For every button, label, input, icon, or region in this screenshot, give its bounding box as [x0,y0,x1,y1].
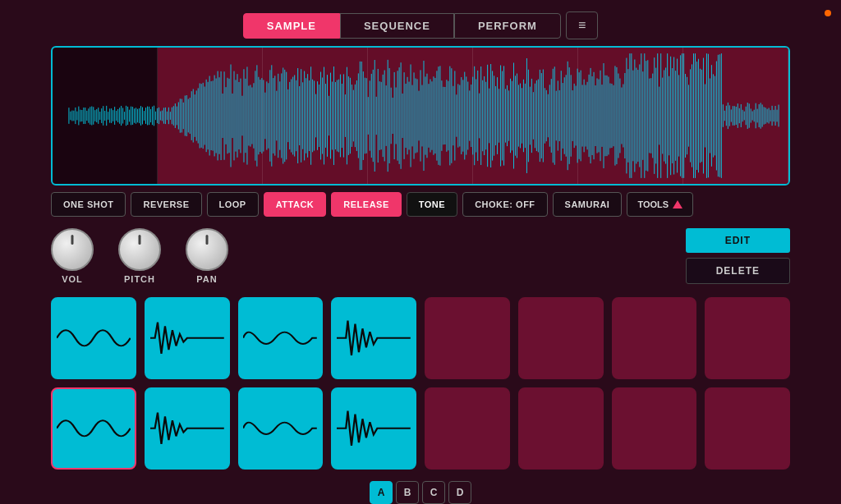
tab-perform[interactable]: PERFORM [454,13,561,39]
knobs-edit-row: VOL PITCH PAN EDIT DELETE [51,228,790,284]
tools-triangle-icon [673,200,682,208]
edit-button[interactable]: EDIT [686,228,790,253]
pan-knob-wrap: PAN [186,228,228,284]
pad-6[interactable] [612,297,697,379]
one-shot-button[interactable]: ONE SHOT [51,192,126,217]
vol-label: VOL [62,274,83,284]
page-btn-b[interactable]: B [396,481,419,504]
pad-7[interactable] [705,297,790,379]
pad-5[interactable] [518,297,604,379]
pitch-label: PITCH [124,274,155,284]
pad-waveform-1 [150,314,224,362]
status-dot [825,10,831,16]
vol-knob[interactable] [51,228,94,271]
edit-section: EDIT DELETE [686,228,790,284]
pad-0[interactable] [51,297,136,379]
tab-sample[interactable]: SAMPLE [243,13,340,39]
pad-11[interactable] [331,387,416,470]
tone-button[interactable]: TONE [407,192,457,217]
pad-waveform-8 [57,405,131,452]
delete-button[interactable]: DELETE [686,258,790,284]
pad-2[interactable] [238,297,324,379]
tools-button[interactable]: TOOLS [627,192,693,217]
pad-12[interactable] [425,387,510,470]
page-btn-a[interactable]: A [370,481,393,504]
pad-waveform-3 [337,314,411,362]
page-btn-d[interactable]: D [448,481,471,504]
pitch-knob[interactable] [118,228,161,271]
pad-14[interactable] [612,387,697,470]
pad-waveform-10 [243,405,317,452]
choke-off-button[interactable]: CHOKE: OFF [462,192,547,217]
menu-button[interactable]: ≡ [566,11,598,39]
pad-waveform-11 [337,405,411,452]
pan-knob[interactable] [186,228,228,271]
pad-15[interactable] [705,387,790,470]
reverse-button[interactable]: REVERSE [131,192,201,217]
controls-row: ONE SHOT REVERSE LOOP ATTACK RELEASE TON… [51,192,790,217]
pad-8[interactable] [51,387,136,470]
samurai-button[interactable]: SAMURAI [553,192,623,217]
pad-1[interactable] [145,297,230,379]
pan-label: PAN [196,274,217,284]
pad-4[interactable] [425,297,510,379]
pad-10[interactable] [238,387,324,470]
tools-label: TOOLS [637,199,669,209]
page-buttons: ABCD [370,481,471,504]
waveform-svg [53,48,788,184]
pad-9[interactable] [145,387,230,470]
pad-waveform-9 [150,405,224,452]
pad-13[interactable] [518,387,604,470]
header-tabs: SAMPLE SEQUENCE PERFORM ≡ [243,11,598,39]
knobs-section: VOL PITCH PAN [51,228,636,284]
pad-waveform-2 [243,314,317,362]
tab-sequence[interactable]: SEQUENCE [340,13,454,39]
pad-3[interactable] [331,297,416,379]
pitch-knob-wrap: PITCH [118,228,161,284]
waveform-display [51,46,790,186]
attack-button[interactable]: ATTACK [264,192,327,217]
release-button[interactable]: RELEASE [331,192,401,217]
page-btn-c[interactable]: C [422,481,445,504]
pad-waveform-0 [57,314,131,362]
pads-grid [51,297,790,470]
vol-knob-wrap: VOL [51,228,94,284]
loop-button[interactable]: LOOP [207,192,259,217]
